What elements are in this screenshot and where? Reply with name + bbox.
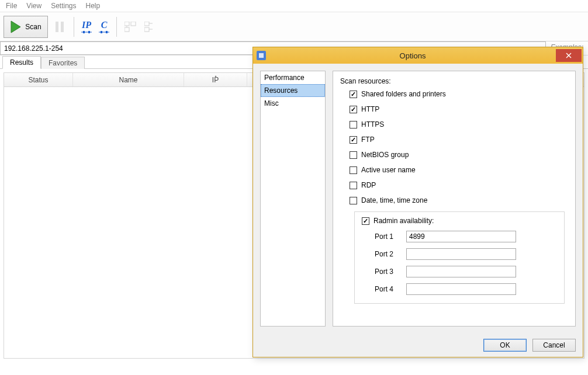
svg-rect-5 [88, 31, 90, 33]
sidebar-item-misc[interactable]: Misc [261, 97, 325, 110]
ip-underline-icon [81, 30, 92, 34]
svg-rect-8 [106, 31, 108, 33]
svg-rect-10 [131, 22, 136, 26]
expand-tree-icon [124, 22, 136, 32]
dialog-titlebar[interactable]: Options [253, 47, 583, 64]
label-https: HTTPS [361, 120, 384, 129]
svg-marker-0 [11, 21, 20, 33]
options-panel-resources: Scan resources: Shared folders and print… [333, 71, 576, 327]
pause-button[interactable] [50, 16, 69, 38]
play-icon [10, 20, 22, 33]
sidebar-item-resources[interactable]: Resources [261, 84, 325, 97]
close-icon [566, 53, 572, 58]
input-port1[interactable] [406, 231, 516, 242]
tab-results[interactable]: Results [2, 56, 41, 69]
checkbox-https[interactable] [350, 121, 357, 129]
label-active-user: Active user name [361, 166, 416, 174]
checkbox-radmin[interactable] [362, 217, 369, 225]
label-port4: Port 4 [375, 285, 398, 293]
label-datetime: Date, time, time zone [361, 196, 427, 204]
options-dialog: Options Performance Resources Misc Scan … [253, 47, 583, 357]
checkbox-datetime[interactable] [350, 197, 357, 204]
toolbar-divider [116, 17, 117, 37]
sort-asc-icon: ▴ [215, 74, 217, 79]
c-tool-button[interactable]: C [96, 16, 112, 38]
collapse-tree-icon [144, 22, 156, 32]
label-netbios: NetBIOS group [361, 151, 409, 159]
label-rdp: RDP [361, 181, 376, 189]
checkbox-shared-folders[interactable] [350, 91, 357, 98]
svg-rect-17 [259, 53, 264, 58]
svg-rect-9 [124, 22, 129, 26]
column-status[interactable]: Status [4, 73, 73, 86]
label-port1: Port 1 [375, 232, 398, 241]
ip-tool-button[interactable]: IP [79, 16, 94, 38]
c-icon: C [101, 20, 108, 30]
menu-file[interactable]: File [1, 1, 22, 11]
expand-tree-button[interactable] [122, 16, 139, 38]
svg-rect-13 [144, 22, 149, 26]
input-port2[interactable] [406, 248, 516, 260]
menu-view[interactable]: View [22, 1, 46, 11]
label-radmin: Radmin availability: [373, 217, 434, 225]
column-name[interactable]: Name [73, 73, 184, 86]
input-port3[interactable] [406, 266, 516, 277]
label-ftp: FTP [361, 136, 375, 144]
checkbox-active-user[interactable] [350, 166, 357, 174]
input-port4[interactable] [406, 283, 516, 295]
tab-favorites[interactable]: Favorites [41, 57, 85, 69]
dialog-footer: OK Cancel [253, 334, 583, 357]
ok-button[interactable]: OK [483, 339, 527, 352]
label-port3: Port 3 [375, 268, 398, 276]
dialog-close-button[interactable] [556, 49, 582, 62]
label-http: HTTP [361, 105, 379, 113]
svg-rect-2 [61, 22, 64, 32]
menu-bar: File View Settings Help [0, 0, 588, 12]
checkbox-netbios[interactable] [350, 151, 357, 159]
collapse-tree-button[interactable] [141, 16, 159, 38]
scan-button[interactable]: Scan [4, 16, 48, 38]
column-ip[interactable]: ▴ IP [184, 73, 247, 86]
checkbox-http[interactable] [350, 106, 357, 113]
checkbox-ftp[interactable] [350, 136, 357, 144]
menu-settings[interactable]: Settings [46, 1, 81, 11]
scan-button-label: Scan [25, 23, 41, 31]
toolbar-divider [74, 17, 74, 37]
svg-rect-11 [124, 27, 129, 32]
sidebar-item-performance[interactable]: Performance [261, 71, 325, 84]
menu-help[interactable]: Help [81, 1, 105, 11]
options-sidebar: Performance Resources Misc [260, 71, 326, 327]
scan-resources-title: Scan resources: [340, 77, 568, 85]
c-underline-icon [99, 30, 109, 34]
label-shared-folders: Shared folders and printers [361, 90, 446, 98]
svg-rect-7 [101, 31, 102, 33]
svg-rect-4 [83, 31, 85, 33]
dialog-app-icon [257, 51, 266, 60]
toolbar: Scan IP C [0, 12, 588, 41]
checkbox-rdp[interactable] [350, 182, 357, 189]
label-port2: Port 2 [375, 250, 398, 258]
pause-icon [55, 21, 64, 33]
radmin-group: Radmin availability: Port 1 Port 2 Port … [354, 211, 565, 304]
svg-rect-1 [56, 22, 58, 32]
cancel-button[interactable]: Cancel [532, 339, 576, 352]
ip-icon: IP [82, 20, 91, 30]
dialog-title: Options [269, 51, 556, 60]
svg-rect-14 [144, 27, 149, 32]
